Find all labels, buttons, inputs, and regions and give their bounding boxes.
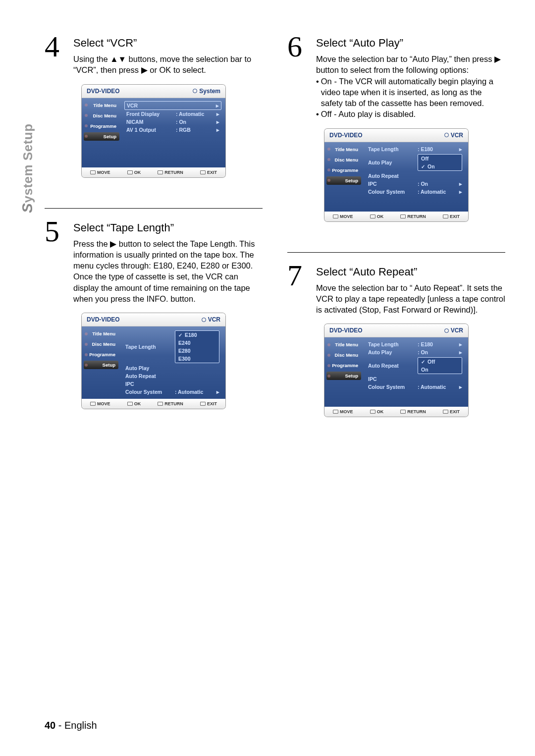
step-4: 4 Select “VCR” Using the ▲▼ buttons, mov…: [45, 35, 263, 177]
tab-setup: Setup: [84, 361, 118, 369]
step-number: 6: [287, 35, 307, 58]
row-tape-length: Tape Length: E180▸: [366, 145, 464, 153]
osd-header-left: DVD-VIDEO: [329, 327, 363, 334]
row-ipc: IPC: On▸: [366, 180, 464, 188]
step-text: Move the selection bar to “Auto Play,” t…: [316, 54, 505, 120]
move-icon: [90, 170, 96, 174]
move-icon: [333, 410, 338, 414]
ok-icon: [127, 402, 133, 406]
return-icon: [158, 170, 163, 174]
row-ipc: IPC: [123, 380, 221, 388]
exit-icon: [200, 402, 206, 406]
opt-on: On: [418, 162, 462, 170]
row-front-display: Front Display: Automatic▸: [124, 110, 221, 118]
tab-disc-menu: Disc Menu: [84, 111, 119, 120]
osd-screenshot-5: DVD-VIDEO VCR Title Menu Disc Menu Progr…: [82, 313, 225, 409]
step-title: Select “Auto Repeat”: [316, 266, 505, 278]
page-footer: 40 - English: [45, 720, 97, 731]
tab-setup: Setup: [326, 176, 361, 185]
row-auto-repeat: Auto Repeat Off On: [366, 356, 464, 375]
osd-screenshot-7: DVD-VIDEO VCR Title Menu Disc Menu Progr…: [324, 324, 468, 417]
step-text: Press the ▶ button to select the Tape Le…: [73, 238, 263, 305]
page-language: English: [64, 720, 97, 731]
osd-header-left: DVD-VIDEO: [87, 316, 120, 323]
return-icon: [400, 215, 406, 218]
tab-programme: Programme: [84, 350, 118, 359]
step-text: Move the selection bar to “ Auto Repeat”…: [316, 282, 505, 316]
tab-programme: Programme: [84, 122, 119, 130]
osd-footer: MOVE OK RETURN EXIT: [82, 399, 225, 409]
step-5: 5 Select “Tape Length” Press the ▶ butto…: [45, 219, 263, 409]
return-icon: [158, 402, 163, 406]
ok-icon: [127, 170, 133, 174]
osd-tabs: Title Menu Disc Menu Programme Setup: [324, 142, 363, 212]
step-7: 7 Select “Auto Repeat” Move the selectio…: [287, 264, 505, 417]
ok-icon: [370, 410, 375, 414]
tab-programme: Programme: [326, 166, 361, 174]
osd-header-right: VCR: [208, 316, 220, 323]
opt-off: Off: [418, 358, 462, 366]
tab-disc-menu: Disc Menu: [326, 156, 361, 164]
right-column: 6 Select “Auto Play” Move the selection …: [287, 35, 505, 731]
row-tape-length: Tape Length: E180▸: [366, 340, 464, 348]
osd-footer: MOVE OK RETURN EXIT: [324, 407, 468, 417]
opt-e280: E280: [175, 347, 219, 355]
osd-tabs: Title Menu Disc Menu Programme Setup: [82, 98, 121, 167]
osd-screenshot-4: DVD-VIDEO System Title Menu Disc Menu Pr…: [82, 85, 225, 177]
step-number: 5: [45, 219, 64, 243]
osd-header-left: DVD-VIDEO: [87, 88, 120, 95]
row-auto-play: Auto Play Off On: [366, 153, 464, 172]
ring-icon: [444, 328, 449, 333]
tab-title-menu: Title Menu: [84, 329, 118, 338]
step-number: 4: [45, 35, 64, 58]
ok-icon: [370, 215, 375, 218]
tab-disc-menu: Disc Menu: [84, 340, 118, 348]
tab-programme: Programme: [326, 361, 361, 370]
row-vcr: VCR▸: [124, 101, 221, 110]
exit-icon: [443, 215, 448, 218]
ring-icon: [202, 318, 206, 322]
osd-tabs: Title Menu Disc Menu Programme Setup: [82, 326, 120, 399]
move-icon: [90, 402, 96, 406]
ring-icon: [444, 133, 449, 137]
tab-setup: Setup: [326, 372, 361, 380]
exit-icon: [200, 170, 206, 174]
move-icon: [333, 215, 338, 218]
separator: [287, 252, 505, 253]
row-ipc: IPC: [366, 375, 464, 383]
opt-off: Off: [418, 155, 462, 162]
osd-footer: MOVE OK RETURN EXIT: [324, 212, 468, 221]
opt-e300: E300: [175, 355, 219, 363]
tab-title-menu: Title Menu: [326, 145, 361, 154]
opt-e240: E240: [175, 339, 219, 347]
step-6: 6 Select “Auto Play” Move the selection …: [287, 35, 505, 221]
osd-header-right: VCR: [451, 327, 463, 334]
separator: [45, 208, 263, 209]
content-columns: 4 Select “VCR” Using the ▲▼ buttons, mov…: [45, 35, 505, 731]
return-icon: [400, 410, 406, 414]
row-auto-play: Auto Play: [123, 364, 221, 372]
osd-screenshot-6: DVD-VIDEO VCR Title Menu Disc Menu Progr…: [324, 129, 468, 221]
left-column: 4 Select “VCR” Using the ▲▼ buttons, mov…: [45, 35, 263, 731]
row-av1: AV 1 Output: RGB▸: [124, 126, 221, 134]
ring-icon: [193, 89, 197, 93]
side-section-label: System Setup: [19, 123, 36, 213]
step-text: Using the ▲▼ buttons, move the selection…: [73, 54, 263, 76]
osd-tabs: Title Menu Disc Menu Programme Setup: [324, 337, 363, 407]
step-title: Select “Tape Length”: [73, 221, 263, 234]
page-number: 40: [45, 720, 55, 731]
row-auto-repeat: Auto Repeat: [123, 372, 221, 380]
exit-icon: [443, 410, 448, 414]
tab-title-menu: Title Menu: [84, 101, 119, 109]
tab-disc-menu: Disc Menu: [326, 351, 361, 359]
row-nicam: NICAM: On▸: [124, 118, 221, 126]
step-number: 7: [287, 264, 307, 287]
row-colour-system: Colour System: Automatic▸: [123, 388, 221, 396]
osd-footer: MOVE OK RETURN EXIT: [82, 167, 225, 177]
tab-title-menu: Title Menu: [326, 340, 361, 349]
opt-on: On: [418, 366, 462, 374]
row-auto-repeat: Auto Repeat: [366, 172, 464, 180]
row-tape-length: Tape Length E180 E240 E280 E300: [123, 329, 221, 364]
tab-setup: Setup: [84, 132, 119, 141]
osd-header-left: DVD-VIDEO: [329, 132, 363, 139]
